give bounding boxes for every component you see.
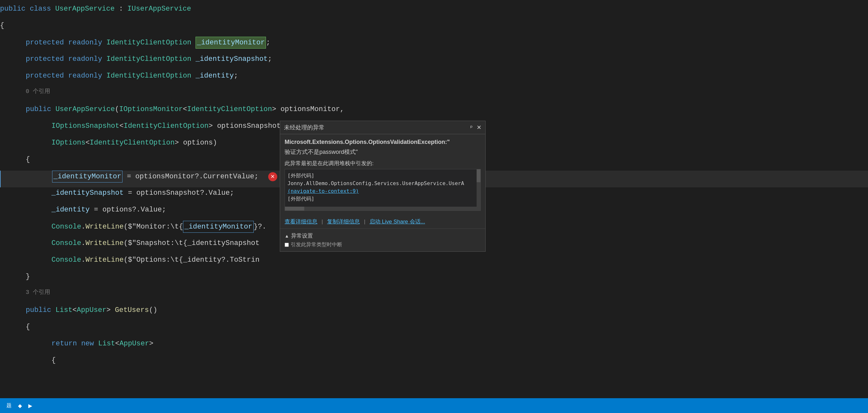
variable: _identitySnapshot bbox=[52, 187, 124, 199]
code-text bbox=[191, 37, 195, 48]
boxed-identifier: _identityMonitor bbox=[183, 221, 253, 233]
code-text: < bbox=[119, 120, 124, 132]
collapse-triangle-icon: ▲ bbox=[285, 233, 289, 239]
close-button[interactable]: ✕ bbox=[476, 124, 482, 131]
exception-popup: 未经处理的异常 ᵖ ✕ Microsoft.Extensions.Options… bbox=[280, 121, 486, 252]
code-text: ($"Snapshot:\t{_identitySnapshot bbox=[124, 238, 259, 249]
code-line: public UserAppService(IOptionsMonitor<Id… bbox=[0, 104, 868, 120]
code-text: < bbox=[72, 304, 76, 316]
liveshare-link[interactable]: 启动 Live Share 会话... bbox=[370, 218, 425, 225]
code-line: public List<AppUser> GetUsers() bbox=[0, 304, 868, 321]
error-icon[interactable]: ✕ bbox=[268, 172, 277, 181]
type-name: IdentityClientOption bbox=[106, 70, 191, 82]
status-bar: 题 ◆ ▶ bbox=[0, 398, 868, 413]
status-arrow[interactable]: ▶ bbox=[28, 403, 32, 409]
code-line: { bbox=[0, 20, 868, 37]
code-text: = optionsMonitor?.CurrentValue; bbox=[123, 171, 258, 182]
reference-count: 0 个引用 bbox=[26, 87, 50, 96]
type-name: IUserAppService bbox=[127, 3, 191, 14]
arrow-icon: ▶ bbox=[28, 403, 32, 409]
exception-settings: ▲ 异常设置 引发此异常类型时中断 bbox=[280, 229, 485, 252]
settings-item-label: 引发此异常类型时中断 bbox=[291, 241, 342, 248]
type-name: IOptionsMonitor bbox=[119, 104, 183, 115]
keyword: public bbox=[0, 3, 30, 14]
boxed-identifier: _identityMonitor bbox=[52, 171, 123, 182]
keyword: readonly bbox=[68, 70, 106, 82]
code-line: public class UserAppService : IUserAppSe… bbox=[0, 3, 868, 20]
code-text: ; bbox=[266, 37, 270, 48]
code-text: ; bbox=[268, 53, 272, 65]
code-text: > optionsMonitor, bbox=[272, 104, 344, 115]
exception-body: Microsoft.Extensions.Options.OptionsVali… bbox=[280, 134, 485, 215]
type-name: IdentityClientOption bbox=[124, 120, 208, 132]
code-line: protected readonly IdentityClientOption … bbox=[0, 70, 868, 87]
settings-label[interactable]: ▲ 异常设置 bbox=[285, 232, 481, 239]
code-text bbox=[191, 53, 195, 65]
exception-title-bar: 未经处理的异常 ᵖ ✕ bbox=[280, 121, 485, 134]
copy-details-link[interactable]: 复制详细信息 bbox=[327, 218, 360, 225]
code-line: return new List<AppUser> bbox=[0, 338, 868, 355]
type-name: List bbox=[55, 304, 72, 316]
hscroll-thumb[interactable] bbox=[285, 207, 304, 210]
brace: { bbox=[52, 355, 56, 366]
exception-scrollbar[interactable] bbox=[476, 169, 480, 210]
navigate-link[interactable]: (navigate-to-context:9) bbox=[287, 188, 359, 194]
exception-hscroll[interactable] bbox=[285, 207, 476, 210]
code-line: protected readonly IdentityClientOption … bbox=[0, 37, 868, 53]
keyword: readonly bbox=[68, 53, 106, 65]
method-name: WriteLine bbox=[86, 238, 124, 249]
code-text: ( bbox=[115, 104, 119, 115]
code-text: : bbox=[115, 3, 127, 14]
code-text: = options?.Value; bbox=[90, 204, 166, 215]
exception-type-checkbox[interactable] bbox=[285, 243, 289, 247]
stack-line: [外部代码] bbox=[287, 172, 478, 180]
code-text bbox=[191, 70, 195, 82]
type-name: IOptionsSnapshot bbox=[52, 120, 119, 132]
keyword: public bbox=[26, 304, 55, 316]
keyword: new bbox=[81, 338, 98, 349]
exception-sub-message: 验证方式不是password模式" bbox=[285, 148, 481, 156]
type-name: UserAppService bbox=[55, 3, 115, 14]
scrollbar-thumb[interactable] bbox=[476, 169, 480, 182]
exception-title-controls: ᵖ ✕ bbox=[470, 124, 482, 131]
brace: } bbox=[26, 271, 30, 282]
breakpoint-icon: ◆ bbox=[18, 403, 22, 409]
type-name: IdentityClientOption bbox=[106, 53, 191, 65]
code-text: () bbox=[149, 304, 157, 316]
code-text: = optionsSnapshot?.Value; bbox=[124, 187, 234, 199]
view-details-link[interactable]: 查看详细信息 bbox=[285, 218, 317, 225]
code-line: Console.WriteLine($"Options:\t{_identity… bbox=[0, 254, 868, 271]
code-text: > options) bbox=[175, 137, 217, 148]
keyword: protected bbox=[26, 37, 68, 48]
code-text: > bbox=[149, 338, 153, 349]
code-text: . bbox=[81, 221, 85, 232]
type-name: UserAppService bbox=[55, 104, 115, 115]
type-name: AppUser bbox=[76, 304, 106, 316]
reference-count: 3 个引用 bbox=[26, 288, 50, 297]
type-name: AppUser bbox=[119, 338, 149, 349]
variable: _identity bbox=[52, 204, 90, 215]
code-line: { bbox=[0, 321, 868, 338]
highlighted-identifier: _identityMonitor bbox=[195, 37, 266, 49]
method-name: WriteLine bbox=[86, 221, 124, 232]
code-text: < bbox=[86, 137, 90, 148]
exception-links: 查看详细信息 | 复制详细信息 | 启动 Live Share 会话... bbox=[280, 215, 485, 229]
brace: { bbox=[26, 154, 30, 165]
code-text: . bbox=[81, 238, 85, 249]
type-name: IdentityClientOption bbox=[106, 37, 191, 48]
exception-main-message: Microsoft.Extensions.Options.OptionsVali… bbox=[285, 138, 481, 146]
code-text: ($"Options:\t{_identity?.ToStrin bbox=[124, 254, 259, 266]
type-name: IdentityClientOption bbox=[187, 104, 272, 115]
keyword: protected bbox=[26, 53, 68, 65]
code-line-ref: 3 个引用 bbox=[0, 288, 868, 304]
status-exception[interactable]: 题 bbox=[6, 402, 11, 409]
editor-area: public class UserAppService : IUserAppSe… bbox=[0, 0, 868, 413]
stack-link-line[interactable]: (navigate-to-context:9) bbox=[287, 187, 478, 195]
exception-status-icon: 题 bbox=[6, 402, 11, 409]
code-text: > optionsSnapshot, bbox=[208, 120, 285, 132]
pin-button[interactable]: ᵖ bbox=[470, 124, 473, 131]
method-name: WriteLine bbox=[86, 254, 124, 266]
status-breakpoint[interactable]: ◆ bbox=[18, 403, 22, 409]
code-text: > bbox=[106, 304, 115, 316]
stack-line: Jonny.AllDemo.OptionsConfig.Services.Use… bbox=[287, 180, 478, 187]
